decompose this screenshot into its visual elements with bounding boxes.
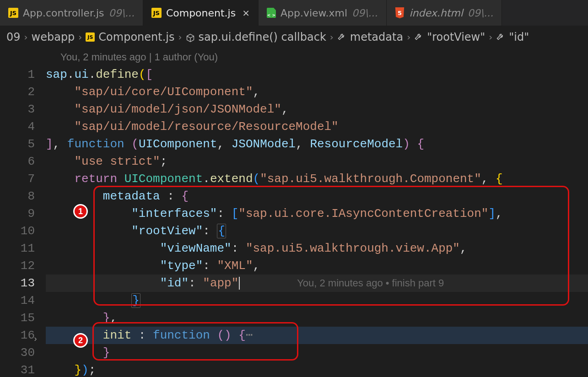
chevron-right-icon: › [78,32,82,43]
code-line[interactable]: }, [46,309,588,327]
breadcrumb-segment[interactable]: webapp [32,31,75,43]
line-number: › 16 [0,327,35,344]
wrench-icon [496,32,505,43]
wrench-icon [414,32,423,43]
code-line[interactable]: sap.ui.define([ [46,66,588,83]
code-area[interactable]: You, 2 minutes ago | 1 author (You) sap.… [46,48,588,377]
tab-component[interactable]: JS Component.js × [143,0,259,26]
chevron-right-icon: › [330,32,334,43]
line-number: 15 [0,309,35,327]
breadcrumb-segment[interactable]: Component.js [98,31,174,43]
breadcrumb: 09 › webapp › JS Component.js › sap.ui.d… [0,26,588,48]
breadcrumb-segment[interactable]: 09 [6,31,21,43]
tab-app-view[interactable]: App.view.xml 09\... [259,0,387,26]
code-line[interactable]: "sap/ui/model/json/JSONModel", [46,101,588,118]
line-number: 10 [0,222,35,240]
chevron-right-icon: › [178,32,182,43]
breadcrumb-segment[interactable]: sap.ui.define() callback [199,31,326,43]
line-number: 6 [0,153,35,170]
tab-bar: JS App.controller.js 09\... JS Component… [0,0,588,26]
git-blame-annotation: You, 2 minutes ago • finish part 9 [297,277,444,289]
tab-app-controller[interactable]: JS App.controller.js 09\... [0,0,143,26]
xml-icon [267,8,276,18]
code-line[interactable]: "type": "XML", [46,257,588,275]
line-number: 5 [0,135,35,153]
html-icon [395,7,405,18]
authorship-annotation: You, 2 minutes ago | 1 author (You) [46,48,588,66]
code-line[interactable]: }); [46,361,588,377]
code-line[interactable]: "rootView": { [46,222,588,240]
fold-arrow-icon[interactable]: › [33,330,38,348]
code-line[interactable]: metadata : { [46,188,588,205]
wrench-icon [337,32,346,43]
code-line[interactable]: } [46,344,588,361]
tab-suffix: 09\... [108,7,134,19]
line-number: 4 [0,118,35,135]
code-line[interactable]: "use strict"; [46,153,588,170]
line-number: 14 [0,292,35,309]
line-number-gutter: 1 2 3 4 5 6 7 8 9 10 11 12 13 14 15 › 16… [0,48,46,377]
js-icon: JS [86,32,95,42]
tab-index-html[interactable]: index.html 09\... [387,0,502,26]
line-number: 2 [0,83,35,101]
line-number: 1 [0,66,35,83]
cube-icon [186,32,195,42]
tab-label: index.html [410,7,463,19]
code-line[interactable]: "sap/ui/model/resource/ResourceModel" [46,118,588,135]
text-cursor [239,277,240,290]
tab-suffix: 09\... [352,7,378,19]
code-line[interactable]: "viewName": "sap.ui5.walkthrough.view.Ap… [46,240,588,257]
code-line[interactable]: "sap/ui/core/UIComponent", [46,83,588,101]
code-line[interactable]: init : function () {⋯ [46,327,588,344]
line-number: 8 [0,188,35,205]
breadcrumb-segment[interactable]: "id" [509,31,529,43]
tab-label: Component.js [166,7,236,19]
folded-code-icon[interactable]: ⋯ [246,329,253,342]
chevron-right-icon: › [489,32,492,43]
js-icon: JS [151,8,162,18]
js-icon: JS [8,8,18,18]
line-number: 3 [0,101,35,118]
line-number: 7 [0,170,35,188]
close-icon[interactable]: × [242,7,250,18]
breadcrumb-segment[interactable]: metadata [350,31,403,43]
line-number: 9 [0,205,35,222]
line-number: 11 [0,240,35,257]
breadcrumb-segment[interactable]: "rootView" [427,31,485,43]
tab-suffix: 09\... [468,7,493,19]
line-number: 13 [0,275,35,292]
line-number: 12 [0,257,35,275]
tab-label: App.controller.js [23,7,104,19]
code-line[interactable]: return UIComponent.extend("sap.ui5.walkt… [46,170,588,188]
code-line[interactable]: "interfaces": ["sap.ui.core.IAsyncConten… [46,205,588,222]
code-line[interactable]: } [46,292,588,309]
code-line[interactable]: "id": "app" You, 2 minutes ago • finish … [46,275,588,292]
line-number: 30 [0,344,35,361]
code-editor[interactable]: 1 2 3 4 5 6 7 8 9 10 11 12 13 14 15 › 16… [0,48,588,377]
chevron-right-icon: › [407,32,410,43]
tab-label: App.view.xml [281,7,347,19]
chevron-right-icon: › [24,32,28,43]
line-number: 31 [0,361,35,377]
code-line[interactable]: ], function (UIComponent, JSONModel, Res… [46,135,588,153]
